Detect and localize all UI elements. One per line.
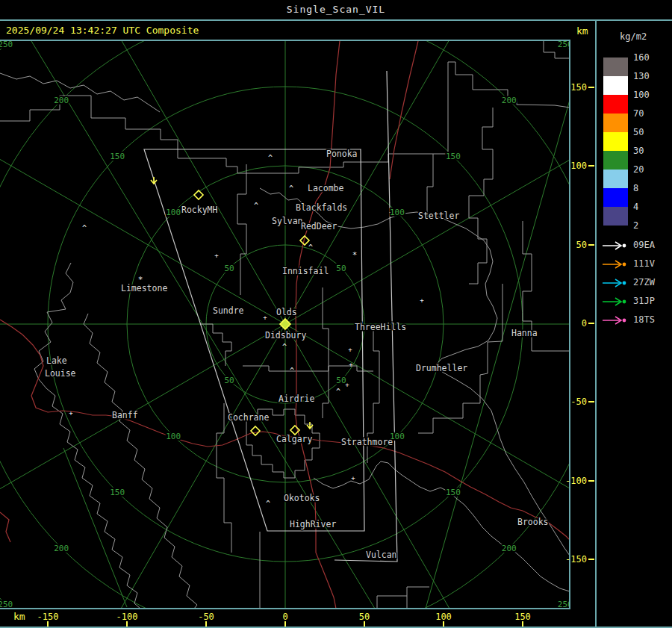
range-ring-label: 50 — [336, 264, 346, 273]
legend-value-label: 160 — [633, 52, 663, 63]
highway-line — [390, 41, 418, 179]
legend-swatch — [603, 114, 628, 132]
storm-marker: ^ — [268, 154, 273, 162]
right-axis-tick-label: -150 — [554, 554, 587, 565]
city-label: Olds — [276, 307, 297, 317]
municipal-boundary — [0, 96, 178, 149]
radar-viewer-window: Single_Scan_VIL 2025/09/24 13:42:27 UTC … — [0, 0, 672, 628]
bottom-axis-tick — [205, 621, 207, 627]
legend-value-label: 20 — [633, 164, 663, 175]
legend-swatch — [603, 132, 628, 151]
station-arrow-icon — [602, 258, 630, 269]
bottom-axis-tick-label: 150 — [500, 612, 545, 622]
range-ring-label: 150 — [110, 488, 125, 497]
range-ring-label: 100 — [166, 208, 181, 217]
municipal-boundary — [178, 62, 569, 173]
municipal-boundary — [200, 324, 231, 366]
storm-marker: * — [352, 250, 358, 260]
legend-value-label: 4 — [633, 202, 663, 212]
legend-value-label: 130 — [633, 71, 663, 81]
storm-marker: + — [263, 314, 267, 321]
municipal-boundary — [217, 403, 231, 553]
storm-marker: + — [420, 296, 424, 304]
station-arrow-icon — [602, 240, 630, 250]
bottom-axis-tick — [522, 621, 523, 627]
scan-coverage-outline — [335, 71, 397, 562]
bottom-axis-tick-label: 50 — [342, 612, 387, 622]
city-label: RockyMH — [181, 205, 218, 215]
highway-line — [0, 320, 569, 540]
right-axis-tick — [588, 87, 594, 88]
radar-site-diamond-icon — [251, 426, 260, 435]
highway-line — [0, 512, 10, 542]
city-label: Calgary — [276, 434, 313, 444]
range-ring-label: 150 — [446, 488, 461, 497]
legend-swatch — [603, 170, 628, 188]
storm-marker: ^ — [254, 202, 258, 210]
legend-swatch — [603, 57, 628, 76]
right-axis-tick-label: 50 — [554, 240, 587, 250]
storm-marker: ^ — [266, 500, 270, 508]
municipal-boundary — [418, 284, 503, 433]
range-ring-label: 100 — [390, 208, 405, 217]
arrow-tip-dot — [623, 319, 626, 323]
station-id-label: 09EA — [633, 240, 669, 250]
station-id-label: 27ZW — [633, 277, 669, 287]
range-ring-label: 250 — [558, 600, 569, 608]
city-label: Lacombe — [308, 183, 344, 193]
station-id-label: 111V — [633, 258, 669, 269]
city-label: Limestone — [121, 283, 167, 293]
city-label: RedDeer — [301, 221, 337, 231]
city-label: Vulcan — [366, 550, 397, 560]
city-label: Okotoks — [284, 493, 320, 503]
arrow-tip-dot — [623, 263, 626, 267]
range-ring-label: 200 — [502, 96, 517, 105]
station-id-label: 31JP — [633, 296, 669, 306]
bottom-axis-tick-label: -50 — [184, 612, 228, 622]
storm-marker: + — [214, 252, 219, 259]
city-label: Brooks — [517, 517, 549, 527]
right-axis-tick — [588, 401, 594, 402]
storm-marker: ^ — [289, 184, 293, 193]
city-label: Didsbury — [265, 330, 306, 341]
city-label: Strathmore — [341, 437, 393, 447]
storm-marker: ^ — [282, 343, 287, 351]
range-ring-label: 250 — [0, 41, 13, 49]
bottom-axis-tick — [364, 621, 365, 627]
radar-sector-line — [63, 448, 127, 607]
municipal-boundary — [427, 154, 433, 218]
legend-unit: kg/m2 — [620, 31, 647, 42]
arrow-tip-dot — [623, 282, 626, 285]
arrow-tip-dot — [623, 244, 626, 248]
legend-swatch — [603, 188, 628, 207]
map-border-bottom — [0, 608, 570, 609]
range-ring-label: 250 — [558, 41, 569, 49]
bottom-axis-tick — [284, 621, 286, 627]
right-axis-tick — [588, 480, 594, 482]
right-axis-tick — [588, 559, 594, 560]
legend-swatch — [603, 207, 628, 226]
municipal-boundary — [237, 164, 246, 295]
legend-swatch — [603, 76, 628, 95]
storm-marker: ^ — [308, 243, 313, 252]
range-ring-label: 150 — [446, 152, 461, 161]
arrow-tip-dot — [623, 300, 626, 304]
right-axis-tick-label: -50 — [554, 397, 587, 407]
right-axis-tick — [588, 323, 594, 324]
city-label: HighRiver — [290, 519, 336, 529]
range-ring-label: 200 — [502, 544, 517, 553]
storm-marker: + — [348, 346, 352, 353]
legend-swatch — [603, 151, 628, 170]
river-line — [84, 314, 197, 608]
legend-value-label: 30 — [633, 146, 663, 156]
range-ring-label: 100 — [166, 432, 181, 441]
storm-marker: + — [351, 474, 355, 482]
bottom-axis-unit: km — [13, 611, 25, 622]
legend-value-label: 100 — [633, 90, 663, 100]
range-ring-label: 50 — [224, 264, 234, 273]
city-label: Sundre — [213, 305, 244, 316]
city-label: Sylvan — [272, 216, 303, 226]
river-line — [0, 73, 160, 112]
bottom-axis-tick-label: 100 — [421, 612, 466, 622]
city-label: Airdrie — [279, 394, 315, 404]
